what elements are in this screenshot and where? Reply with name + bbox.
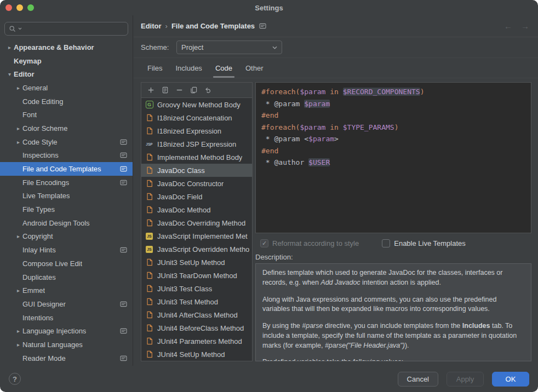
chevron-right-icon[interactable]: ▸ xyxy=(14,287,22,293)
chevron-right-icon[interactable]: ▸ xyxy=(5,44,14,50)
template-editor[interactable]: #foreach($param in $RECORD_COMPONENTS) *… xyxy=(255,82,531,233)
template-item-junit3-setup-method[interactable]: JUnit3 SetUp Method xyxy=(141,256,252,269)
reformat-checkbox[interactable]: ✓ xyxy=(260,239,268,247)
sidebar-item-duplicates[interactable]: Duplicates xyxy=(0,270,133,284)
sidebar-item-appearance-behavior[interactable]: ▸Appearance & Behavior xyxy=(0,41,133,54)
template-item-i18nized-concatenation[interactable]: I18nized Concatenation xyxy=(141,111,252,124)
template-item-junit3-test-class[interactable]: JUnit3 Test Class xyxy=(141,282,252,295)
ok-button[interactable]: OK xyxy=(492,372,529,387)
sidebar-item-android-design-tools[interactable]: Android Design Tools xyxy=(0,216,133,230)
sidebar-item-general[interactable]: ▸General xyxy=(0,81,133,95)
template-item-junit3-test-method[interactable]: JUnit3 Test Method xyxy=(141,295,252,308)
sidebar-item-language-injections[interactable]: ▸Language Injections xyxy=(0,324,133,338)
template-item-javascript-overridden-metho[interactable]: JSJavaScript Overridden Metho xyxy=(141,243,252,256)
search-history-chevron-icon[interactable] xyxy=(18,27,22,30)
template-item-i18nized-expression[interactable]: I18nized Expression xyxy=(141,124,252,137)
tab-files[interactable]: Files xyxy=(141,58,169,78)
tab-other[interactable]: Other xyxy=(239,58,270,78)
sidebar-item-gui-designer[interactable]: GUI Designer xyxy=(0,297,133,311)
close-window-button[interactable] xyxy=(5,4,12,11)
help-button[interactable]: ? xyxy=(9,373,21,385)
template-item-label: JavaDoc Method xyxy=(157,206,211,214)
chevron-right-icon[interactable]: ▸ xyxy=(14,139,22,145)
sidebar-item-font[interactable]: Font xyxy=(0,108,133,122)
chevron-right-icon[interactable]: ▸ xyxy=(14,233,22,239)
scheme-select[interactable]: Project xyxy=(176,41,282,54)
sidebar-item-file-encodings[interactable]: File Encodings xyxy=(0,176,133,189)
code-line: #foreach($param in $RECORD_COMPONENTS) xyxy=(261,86,525,98)
groovy-icon: G xyxy=(145,101,153,108)
sidebar-item-label: Code Style xyxy=(22,138,58,146)
sidebar-item-label: Live Templates xyxy=(22,192,70,200)
template-item-javadoc-constructor[interactable]: JavaDoc Constructor xyxy=(141,177,252,190)
sidebar-item-inlay-hints[interactable]: Inlay Hints xyxy=(0,243,133,257)
breadcrumb-editor[interactable]: Editor xyxy=(141,22,162,30)
sidebar-item-inspections[interactable]: Inspections xyxy=(0,149,133,163)
tab-includes[interactable]: Includes xyxy=(169,58,208,78)
template-item-javadoc-method[interactable]: JavaDoc Method xyxy=(141,203,252,216)
sidebar-item-intentions[interactable]: Intentions xyxy=(0,311,133,325)
template-item-javadoc-overriding-method[interactable]: JavaDoc Overriding Method xyxy=(141,216,252,229)
template-list-toolbar xyxy=(141,83,252,98)
zoom-window-button[interactable] xyxy=(27,4,34,11)
sidebar-item-code-style[interactable]: ▸Code Style xyxy=(0,135,133,149)
cancel-button[interactable]: Cancel xyxy=(398,372,438,387)
chevron-right-icon[interactable]: ▸ xyxy=(14,342,22,348)
ide-settings-badge-icon xyxy=(120,355,127,361)
minimize-window-button[interactable] xyxy=(16,4,23,11)
template-icon xyxy=(145,298,153,305)
sidebar-item-file-types[interactable]: File Types xyxy=(0,203,133,216)
reset-to-default-icon[interactable] xyxy=(204,87,211,94)
template-item-junit4-setup-method[interactable]: JUnit4 SetUp Method xyxy=(141,348,252,361)
code-line: * @author $USER xyxy=(261,157,525,169)
copy-template-icon[interactable] xyxy=(190,87,197,94)
template-icon xyxy=(145,193,153,200)
breadcrumb: Editor › File and Code Templates ← → xyxy=(134,15,538,37)
scheme-row: Scheme: Project xyxy=(134,37,538,58)
settings-search-field[interactable] xyxy=(4,22,128,36)
chevron-right-icon[interactable]: ▸ xyxy=(14,125,22,131)
sidebar-item-label: File Encodings xyxy=(22,178,69,187)
template-icon xyxy=(145,114,153,122)
template-item-label: JUnit3 TearDown Method xyxy=(157,272,237,280)
back-arrow-icon[interactable]: ← xyxy=(504,21,512,31)
template-item-label: JavaDoc Class xyxy=(157,166,205,175)
forward-arrow-icon[interactable]: → xyxy=(521,21,529,31)
template-item-javascript-implemented-met[interactable]: JSJavaScript Implemented Met xyxy=(141,229,252,243)
remove-template-icon[interactable] xyxy=(176,87,183,94)
template-item-javadoc-class[interactable]: JavaDoc Class xyxy=(141,164,252,177)
search-input[interactable] xyxy=(24,25,124,33)
template-item-junit4-beforeclass-method[interactable]: JUnit4 BeforeClass Method xyxy=(141,321,252,335)
sidebar-item-emmet[interactable]: ▸Emmet xyxy=(0,284,133,297)
template-item-javadoc-field[interactable]: JavaDoc Field xyxy=(141,190,252,203)
reformat-option: ✓ Reformat according to style xyxy=(260,239,359,247)
template-item-i18nized-jsp-expression[interactable]: JSPI18nized JSP Expression xyxy=(141,137,252,151)
apply-button[interactable]: Apply xyxy=(447,372,484,387)
sidebar-item-label: Keymap xyxy=(14,57,42,65)
sidebar-item-editor[interactable]: ▾Editor xyxy=(0,67,133,81)
sidebar-item-file-and-code-templates[interactable]: File and Code Templates xyxy=(0,162,133,176)
sidebar-item-natural-languages[interactable]: ▸Natural Languages xyxy=(0,338,133,351)
template-item-implemented-method-body[interactable]: Implemented Method Body xyxy=(141,151,252,164)
tab-code[interactable]: Code xyxy=(209,58,239,78)
chevron-right-icon[interactable]: ▸ xyxy=(14,85,22,91)
sidebar-item-keymap[interactable]: Keymap xyxy=(0,54,133,68)
enable-live-templates-checkbox[interactable] xyxy=(382,239,390,247)
create-template-icon[interactable] xyxy=(147,87,154,94)
sidebar-item-reader-mode[interactable]: Reader Mode xyxy=(0,351,133,365)
template-item-junit3-teardown-method[interactable]: JUnit3 TearDown Method xyxy=(141,269,252,282)
create-child-template-icon[interactable] xyxy=(162,87,169,94)
template-item-junit4-afterclass-method[interactable]: JUnit4 AfterClass Method xyxy=(141,308,252,321)
chevron-right-icon[interactable]: ▸ xyxy=(14,328,22,334)
sidebar-item-live-templates[interactable]: Live Templates xyxy=(0,189,133,203)
sidebar-item-code-editing[interactable]: Code Editing xyxy=(0,95,133,108)
template-item-groovy-new-method-body[interactable]: GGroovy New Method Body xyxy=(141,98,252,111)
template-item-junit4-parameters-method[interactable]: JUnit4 Parameters Method xyxy=(141,335,252,348)
code-line: #end xyxy=(261,109,525,122)
breadcrumb-file-and-code-templates: File and Code Templates xyxy=(171,22,255,30)
chevron-down-icon[interactable]: ▾ xyxy=(5,71,14,77)
sidebar-item-color-scheme[interactable]: ▸Color Scheme xyxy=(0,122,133,135)
sidebar-item-copyright[interactable]: ▸Copyright xyxy=(0,230,133,244)
templates-content: GGroovy New Method BodyI18nized Concaten… xyxy=(141,82,531,361)
sidebar-item-compose-live-edit[interactable]: Compose Live Edit xyxy=(0,257,133,270)
